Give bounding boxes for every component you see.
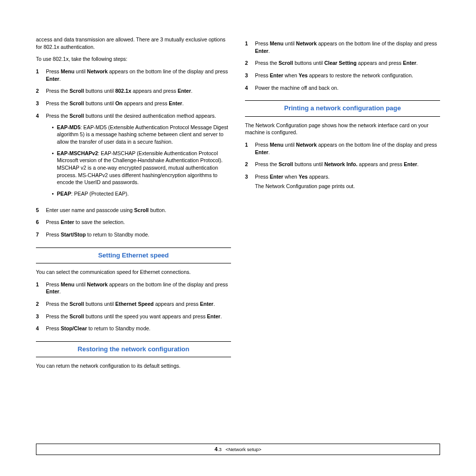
step-number: 2: [245, 161, 255, 168]
step-number: 1: [245, 40, 255, 54]
step-item: 4Press Stop/Clear to return to Standby m…: [36, 325, 231, 332]
step-body: Press Menu until Network appears on the …: [255, 141, 440, 156]
step-body: Press Enter when Yes appears.The Network…: [255, 173, 440, 190]
step-body: Press the Scroll buttons until the speed…: [46, 313, 231, 320]
step-number: 4: [36, 325, 46, 332]
step-item: 1Press Menu until Network appears on the…: [36, 68, 231, 82]
step-item: 2Press the Scroll buttons until Ethernet…: [36, 300, 231, 308]
step-number: 1: [245, 141, 255, 156]
step-body: Press Menu until Network appears on the …: [46, 68, 231, 82]
footer-label: <Network setup>: [226, 447, 261, 452]
step-item: 3Press Enter when Yes appears to restore…: [245, 72, 440, 79]
page-footer: 4.3 <Network setup>: [36, 444, 440, 455]
intro-para-1: access and data transmission are allowed…: [36, 36, 231, 50]
step-item: 1Press Menu until Network appears on the…: [245, 141, 440, 156]
sub-item: PEAP: PEAP (Protected EAP).: [52, 190, 231, 198]
section-print-config: Printing a network configuration page: [245, 100, 440, 116]
step-number: 3: [245, 173, 255, 190]
step-item: 4Power the machine off and back on.: [245, 84, 440, 92]
page-number: .3: [218, 447, 222, 452]
step-item: 2Press the Scroll buttons until Clear Se…: [245, 59, 440, 67]
step-body: Press the Scroll buttons until Clear Set…: [255, 59, 440, 67]
step-item: 3Press the Scroll buttons until the spee…: [36, 313, 231, 320]
step-body: Press Enter when Yes appears to restore …: [255, 72, 440, 79]
step-body: Press Menu until Network appears on the …: [46, 281, 231, 295]
step-number: 2: [36, 300, 46, 308]
step-body: Enter user name and passcode using Scrol…: [46, 207, 231, 214]
step-item: 1Press Menu until Network appears on the…: [36, 281, 231, 295]
step-number: 3: [36, 100, 46, 107]
step-number: 4: [36, 112, 46, 202]
step-body: Press the Scroll buttons until Ethernet …: [46, 300, 231, 308]
step-number: 6: [36, 219, 46, 226]
step-item: 7Press Start/Stop to return to Standby m…: [36, 231, 231, 238]
step-item: 2Press the Scroll buttons until Network …: [245, 161, 440, 168]
step-number: 2: [245, 59, 255, 67]
steps-restore: 1Press Menu until Network appears on the…: [245, 40, 440, 91]
right-column: 1Press Menu until Network appears on the…: [245, 36, 440, 375]
step-number: 5: [36, 207, 46, 214]
step-body: Press the Scroll buttons until On appear…: [46, 100, 231, 107]
step-item: 6Press Enter to save the selection.: [36, 219, 231, 226]
step-number: 3: [245, 72, 255, 79]
print-intro: The Network Configuration page shows how…: [245, 122, 440, 136]
section-restore-config: Restoring the network configuration: [36, 341, 231, 357]
section-ethernet-speed: Setting Ethernet speed: [36, 247, 231, 263]
page-columns: access and data transmission are allowed…: [36, 36, 440, 375]
step-body: Press the Scroll buttons until 802.1x ap…: [46, 87, 231, 95]
step-body: Press Stop/Clear to return to Standby mo…: [46, 325, 231, 332]
step-body: Press the Scroll buttons until Network I…: [255, 161, 440, 168]
step-item: 5Enter user name and passcode using Scro…: [36, 207, 231, 214]
steps-ethernet: 1Press Menu until Network appears on the…: [36, 281, 231, 332]
restore-intro: You can return the network configuration…: [36, 362, 231, 370]
step-item: 3Press Enter when Yes appears.The Networ…: [245, 173, 440, 190]
step-body: Press Start/Stop to return to Standby mo…: [46, 231, 231, 238]
sub-item: EAP-MSCHAPv2: EAP-MSCHAP (Extensible Aut…: [52, 150, 231, 186]
step-number: 1: [36, 68, 46, 82]
intro-para-2: To use 802.1x, take the following steps:: [36, 55, 231, 63]
step-after: The Network Configuration page prints ou…: [255, 183, 440, 190]
sub-list: EAP-MD5: EAP-MD5 (Extensible Authenticat…: [46, 124, 231, 198]
step-number: 3: [36, 313, 46, 320]
left-column: access and data transmission are allowed…: [36, 36, 231, 375]
step-number: 4: [245, 84, 255, 92]
steps-8021x: 1Press Menu until Network appears on the…: [36, 68, 231, 238]
step-number: 7: [36, 231, 46, 238]
step-item: 2Press the Scroll buttons until 802.1x a…: [36, 87, 231, 95]
step-body: Press Menu until Network appears on the …: [255, 40, 440, 54]
step-item: 4Press the Scroll buttons until the desi…: [36, 112, 231, 202]
step-number: 2: [36, 87, 46, 95]
step-item: 1Press Menu until Network appears on the…: [245, 40, 440, 54]
step-number: 1: [36, 281, 46, 295]
sub-item: EAP-MD5: EAP-MD5 (Extensible Authenticat…: [52, 124, 231, 146]
step-item: 3Press the Scroll buttons until On appea…: [36, 100, 231, 107]
step-body: Press Enter to save the selection.: [46, 219, 231, 226]
ethernet-intro: You can select the communication speed f…: [36, 268, 231, 276]
step-body: Power the machine off and back on.: [255, 84, 440, 92]
step-body: Press the Scroll buttons until the desir…: [46, 112, 231, 202]
steps-print: 1Press Menu until Network appears on the…: [245, 141, 440, 190]
